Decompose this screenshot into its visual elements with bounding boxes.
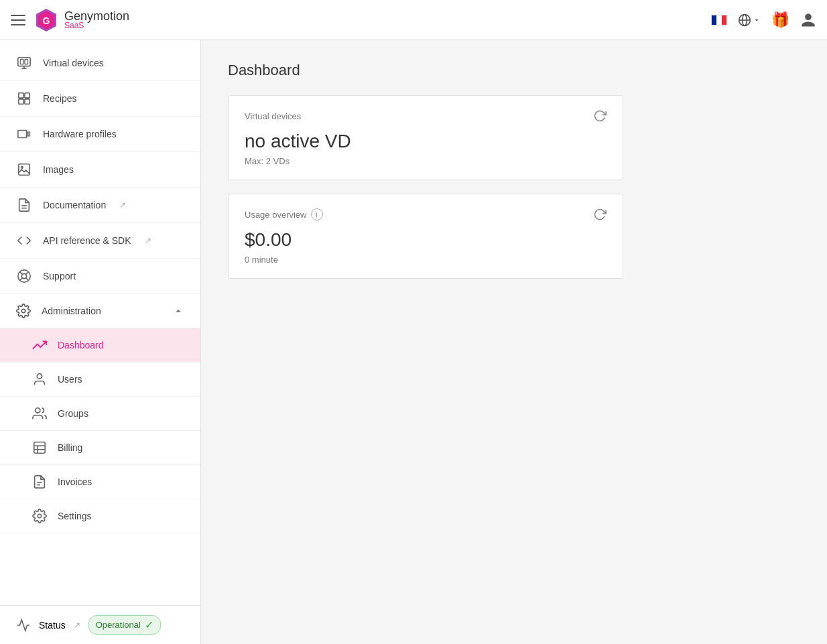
sidebar-item-virtual-devices-label: Virtual devices (43, 58, 104, 68)
virtual-devices-refresh-button[interactable] (593, 109, 607, 123)
recipes-icon (16, 90, 32, 107)
svg-rect-6 (18, 58, 30, 66)
sidebar-item-invoices-label: Invoices (58, 476, 92, 487)
sidebar-item-administration-label: Administration (42, 306, 101, 316)
sidebar-item-users-label: Users (58, 374, 82, 385)
usage-overview-card-header: Usage overview i (245, 208, 607, 221)
svg-line-27 (26, 272, 29, 275)
sidebar-item-groups[interactable]: Groups (0, 397, 200, 431)
sidebar-item-support-label: Support (43, 271, 76, 281)
sidebar-item-documentation-label: Documentation (43, 200, 106, 210)
logo[interactable]: G Genymotion SaaS (34, 7, 129, 33)
topbar-left: G Genymotion SaaS (11, 7, 129, 33)
status-label[interactable]: Status (39, 620, 66, 631)
page-title: Dashboard (228, 62, 800, 79)
sidebar-item-invoices[interactable]: Invoices (0, 465, 200, 499)
sidebar-item-support[interactable]: Support (0, 259, 200, 294)
hardware-icon (16, 126, 32, 142)
svg-rect-13 (19, 99, 23, 104)
topbar: G Genymotion SaaS 🎁 (0, 0, 827, 40)
sidebar-item-hardware-profiles-label: Hardware profiles (43, 129, 117, 139)
account-icon (800, 12, 816, 28)
sidebar-item-dashboard[interactable]: Dashboard (0, 328, 200, 363)
svg-point-20 (21, 166, 23, 168)
refresh-icon (593, 109, 607, 123)
support-icon (16, 268, 32, 284)
settings-icon (32, 509, 47, 523)
gift-button[interactable]: 🎁 (771, 11, 789, 29)
images-icon (16, 162, 32, 178)
topbar-right: 🎁 (711, 11, 816, 29)
groups-icon (32, 406, 47, 421)
svg-rect-14 (25, 99, 29, 104)
usage-overview-card-title: Usage overview (245, 210, 307, 220)
svg-point-30 (37, 374, 42, 379)
sidebar-item-dashboard-label: Dashboard (58, 340, 104, 350)
chevron-up-icon (172, 305, 184, 317)
sidebar-item-settings[interactable]: Settings (0, 499, 200, 533)
svg-point-29 (21, 309, 25, 313)
refresh-icon-2 (593, 208, 607, 221)
sidebar-item-virtual-devices[interactable]: Virtual devices (0, 46, 200, 81)
operational-badge: Operational ✓ (88, 615, 161, 635)
sidebar-item-billing[interactable]: Billing (0, 431, 200, 465)
sidebar: Virtual devices Recipes (0, 40, 201, 644)
logo-text-area: Genymotion SaaS (64, 9, 129, 30)
account-button[interactable] (800, 12, 816, 28)
app-layout: Virtual devices Recipes (0, 40, 827, 644)
sidebar-item-billing-label: Billing (58, 442, 82, 453)
sidebar-footer: Status ↗ Operational ✓ (0, 605, 200, 644)
status-external-icon: ↗ (74, 621, 80, 630)
logo-icon: G (34, 7, 59, 33)
svg-rect-32 (34, 442, 46, 454)
svg-rect-19 (19, 164, 30, 176)
svg-rect-9 (21, 60, 24, 64)
sidebar-item-administration[interactable]: Administration (0, 294, 200, 328)
main-content: Dashboard Virtual devices no active VD M… (201, 40, 827, 644)
globe-icon (738, 13, 751, 27)
svg-point-31 (36, 408, 40, 413)
virtual-devices-card-header: Virtual devices (245, 109, 607, 123)
sidebar-item-images-label: Images (43, 164, 74, 175)
language-flag[interactable] (711, 15, 727, 25)
svg-line-26 (26, 278, 29, 281)
svg-rect-11 (19, 93, 23, 98)
svg-rect-10 (25, 60, 28, 64)
sidebar-nav: Virtual devices Recipes (0, 40, 200, 605)
sidebar-item-users[interactable]: Users (0, 363, 200, 397)
language-selector-button[interactable] (738, 13, 761, 27)
code-icon (16, 233, 32, 249)
sidebar-item-settings-label: Settings (58, 511, 92, 521)
usage-overview-main-value: $0.00 (245, 229, 607, 251)
operational-label: Operational (96, 620, 141, 630)
info-icon[interactable]: i (311, 208, 323, 220)
person-icon (32, 372, 47, 387)
menu-toggle-button[interactable] (11, 15, 25, 25)
sidebar-item-recipes-label: Recipes (43, 93, 77, 104)
usage-overview-sub-value: 0 minute (245, 255, 607, 265)
chevron-down-icon (753, 16, 761, 24)
sidebar-item-api-label: API reference & SDK (43, 235, 131, 246)
sidebar-item-api-reference[interactable]: API reference & SDK ↗ (0, 223, 200, 259)
status-icon (16, 618, 31, 633)
sidebar-item-documentation[interactable]: Documentation ↗ (0, 188, 200, 223)
sidebar-item-groups-label: Groups (58, 408, 88, 419)
doc-icon (16, 197, 32, 213)
usage-overview-refresh-button[interactable] (593, 208, 607, 221)
admin-icon (16, 304, 31, 318)
svg-line-28 (20, 278, 23, 281)
svg-rect-15 (18, 131, 27, 138)
virtual-devices-card: Virtual devices no active VD Max: 2 VDs (228, 95, 623, 180)
trending-icon (32, 338, 47, 352)
sidebar-item-hardware-profiles[interactable]: Hardware profiles (0, 117, 200, 152)
virtual-devices-sub-value: Max: 2 VDs (245, 156, 607, 166)
invoice-icon (32, 474, 47, 489)
sidebar-item-recipes[interactable]: Recipes (0, 81, 200, 117)
billing-icon (32, 440, 47, 455)
virtual-devices-main-value: no active VD (245, 131, 607, 152)
svg-text:G: G (43, 15, 50, 26)
external-link-icon-api: ↗ (145, 236, 151, 245)
sidebar-item-images[interactable]: Images (0, 152, 200, 188)
svg-point-24 (21, 273, 26, 278)
svg-point-38 (38, 514, 42, 518)
